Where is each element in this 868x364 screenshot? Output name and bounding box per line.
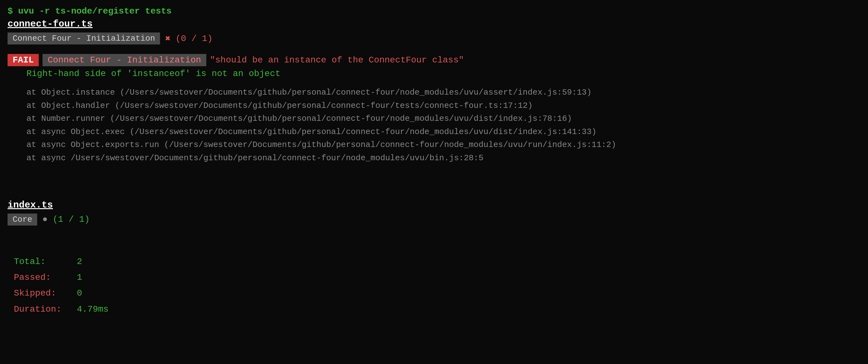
filename-index: index.ts: [7, 200, 861, 211]
summary-row-duration: Duration: 4.79ms: [14, 302, 861, 317]
stack-line-3: at async Object.exec (/Users/swestover/D…: [27, 125, 861, 139]
file-section-index: index.ts Core ● (1 / 1): [7, 200, 861, 226]
stack-line-2: at Number.runner (/Users/swestover/Docum…: [27, 112, 861, 125]
suite-badge-index: Core: [7, 214, 37, 226]
fail-test-name: "should be an instance of the ConnectFou…: [210, 55, 464, 65]
suite-header-connect-four: Connect Four - Initialization ✖ (0 / 1): [7, 32, 861, 45]
filename-connect-four: connect-four.ts: [7, 19, 861, 29]
summary-row-total: Total: 2: [14, 254, 861, 270]
dot-mark-index: ●: [42, 215, 48, 224]
fail-section: FAIL Connect Four - Initialization "shou…: [7, 54, 861, 165]
prompt-line: $ uvu -r ts-node/register tests: [7, 6, 861, 16]
file-section-connect-four: connect-four.ts Connect Four - Initializ…: [7, 19, 861, 165]
summary-label-duration: Duration:: [14, 302, 77, 317]
summary-label-skipped: Skipped:: [14, 285, 77, 301]
stack-line-1: at Object.handler (/Users/swestover/Docu…: [27, 100, 861, 113]
suite-header-index: Core ● (1 / 1): [7, 214, 861, 226]
fail-suite-name: Connect Four - Initialization: [42, 54, 206, 66]
stack-line-4: at async Object.exports.run (/Users/swes…: [27, 138, 861, 152]
x-mark-connect-four: ✖: [165, 33, 170, 44]
spacer-between-files: [7, 174, 861, 200]
suite-badge-connect-four: Connect Four - Initialization: [7, 32, 160, 45]
fail-label: FAIL: [7, 54, 39, 66]
summary-section: Total: 2 Passed: 1 Skipped: 0 Duration: …: [7, 254, 861, 318]
score-connect-four: (0 / 1): [176, 34, 213, 44]
stack-trace: at Object.instance (/Users/swestover/Doc…: [27, 86, 861, 165]
score-index: (1 / 1): [53, 215, 90, 224]
summary-value-passed: 1: [77, 270, 82, 285]
summary-label-passed: Passed:: [14, 270, 77, 285]
summary-value-skipped: 0: [77, 285, 82, 301]
summary-value-total: 2: [77, 254, 82, 270]
summary-value-duration: 4.79ms: [77, 302, 108, 317]
summary-row-skipped: Skipped: 0: [14, 285, 861, 301]
fail-header: FAIL Connect Four - Initialization "shou…: [7, 54, 861, 66]
stack-line-5: at async /Users/swestover/Documents/gith…: [27, 152, 861, 165]
spacer-before-summary: [7, 235, 861, 248]
summary-row-passed: Passed: 1: [14, 270, 861, 285]
summary-table: Total: 2 Passed: 1 Skipped: 0 Duration: …: [14, 254, 861, 318]
fail-error-message: Right-hand side of 'instanceof' is not a…: [27, 69, 861, 79]
summary-label-total: Total:: [14, 254, 77, 270]
stack-line-0: at Object.instance (/Users/swestover/Doc…: [27, 86, 861, 100]
